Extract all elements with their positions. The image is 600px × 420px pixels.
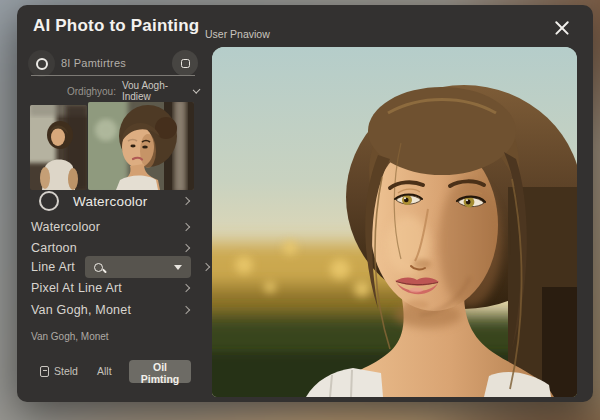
dialog-title: AI Photo to Painting xyxy=(33,16,199,36)
style-option-watercoolor[interactable]: Watercoolor xyxy=(31,191,189,211)
allt-tool[interactable]: Allt xyxy=(97,365,112,377)
screen: AI Photo to Painting User Pnaviow 8I Pam… xyxy=(0,0,600,420)
chevron-down-icon xyxy=(192,85,200,93)
search-icon xyxy=(94,263,103,272)
portrait-painting xyxy=(212,47,577,397)
footer-toolbar: Steld Allt Oil Pimting xyxy=(31,360,191,384)
ring-icon xyxy=(28,50,55,77)
allt-label: Allt xyxy=(97,365,112,377)
style-option-label: Watercoloor xyxy=(31,220,100,234)
style-select-prefix: Ordighyou: xyxy=(67,86,116,97)
user-preview-image xyxy=(212,47,577,397)
preview-label: User Pnaviow xyxy=(205,28,270,40)
style-option-label: Cartoon xyxy=(31,241,77,255)
dropdown-caret-icon xyxy=(174,265,182,270)
style-option-watercoloor[interactable]: Watercoloor xyxy=(31,217,189,237)
style-footnote: Van Gogh, Monet xyxy=(31,331,109,342)
oil-painting-button[interactable]: Oil Pimting xyxy=(129,360,191,383)
chevron-right-icon xyxy=(202,263,210,271)
thumbnail-strip xyxy=(30,102,194,190)
style-select-value: Vou Aogh-Indiew xyxy=(122,80,188,102)
style-option-cartoon[interactable]: Cartoon xyxy=(31,238,189,258)
square-glyph-button[interactable] xyxy=(172,50,198,76)
close-icon[interactable] xyxy=(553,19,571,37)
document-icon xyxy=(40,366,49,377)
chevron-right-icon xyxy=(182,244,190,252)
photo-to-painting-dialog: AI Photo to Painting User Pnaviow 8I Pam… xyxy=(17,5,593,402)
original-photo-thumbnail[interactable] xyxy=(30,105,87,190)
style-option-label: Van Gogh, Monet xyxy=(31,303,131,317)
enhanced-photo-thumbnail[interactable] xyxy=(88,102,194,190)
line-art-search-dropdown[interactable] xyxy=(85,256,191,278)
steld-label: Steld xyxy=(54,365,78,377)
chevron-right-icon xyxy=(182,306,190,314)
chevron-right-icon xyxy=(182,197,190,205)
style-option-label: Watercoolor xyxy=(73,194,147,209)
style-select-dropdown[interactable]: Ordighyou: Vou Aogh-Indiew xyxy=(67,84,199,98)
steld-tool[interactable]: Steld xyxy=(40,365,78,377)
chevron-right-icon xyxy=(182,284,190,292)
style-option-pixel-at-line-art[interactable]: Pixel At Line Art xyxy=(31,278,189,298)
divider xyxy=(31,75,195,76)
radio-icon[interactable] xyxy=(39,191,59,211)
source-label: 8I Pamtirtres xyxy=(61,57,126,69)
style-option-line-art[interactable]: Line Art xyxy=(31,257,189,277)
style-option-label: Pixel At Line Art xyxy=(31,281,122,295)
style-option-label: Line Art xyxy=(31,260,75,274)
chevron-right-icon xyxy=(182,223,190,231)
style-option-van-gogh-monet[interactable]: Van Gogh, Monet xyxy=(31,300,189,320)
